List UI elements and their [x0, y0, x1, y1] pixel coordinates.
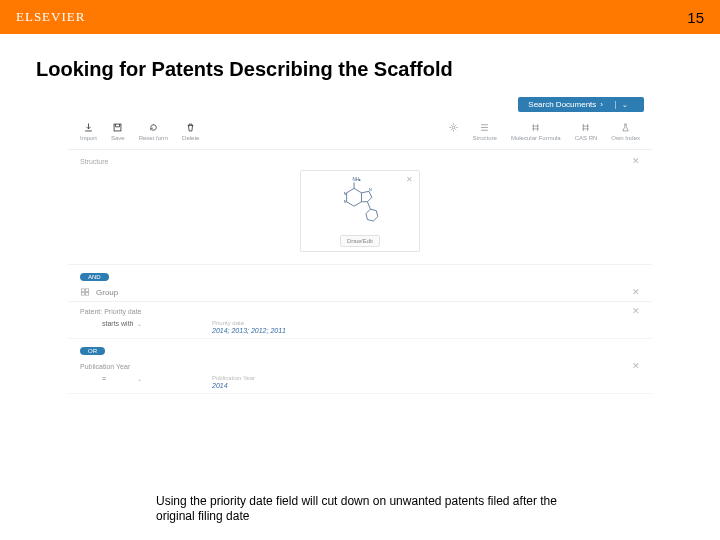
molformula-label: Molecular Formula: [511, 135, 561, 141]
close-icon[interactable]: ✕: [632, 306, 640, 316]
operator-select[interactable]: = ⌄: [102, 375, 172, 382]
orange-topbar: ELSEVIER 15: [0, 0, 720, 34]
molecule-icon: NH₂ N N N: [330, 175, 390, 227]
operator-value: starts with: [102, 320, 134, 327]
group-header: Group ✕: [68, 283, 652, 302]
reset-icon: [148, 122, 159, 133]
svg-point-1: [452, 126, 455, 129]
field-label: Priority date: [212, 320, 286, 326]
svg-rect-8: [81, 293, 84, 296]
reset-form-button[interactable]: Reset form: [139, 122, 168, 141]
trash-icon: [185, 122, 196, 133]
casrn-button[interactable]: CAS RN: [575, 122, 598, 141]
save-icon: [112, 122, 123, 133]
delete-button[interactable]: Delete: [182, 122, 199, 141]
chevron-right-icon: ›: [600, 100, 603, 109]
close-icon[interactable]: ✕: [632, 156, 640, 166]
app-header: Search Documents › ⌄: [68, 91, 652, 118]
draw-edit-button[interactable]: Draw/Edit: [340, 235, 380, 247]
svg-text:N: N: [344, 200, 347, 204]
hash-icon: [530, 122, 541, 133]
operator-select[interactable]: starts with ⌄: [102, 320, 172, 327]
svg-rect-9: [86, 293, 89, 296]
hash-icon: [580, 122, 591, 133]
ownindex-button[interactable]: Own Index: [611, 122, 640, 141]
svg-text:N: N: [369, 188, 372, 192]
logic-or-pill[interactable]: OR: [80, 347, 105, 355]
close-icon[interactable]: ✕: [632, 361, 640, 371]
structure-menu-label: Structure: [473, 135, 497, 141]
ownindex-label: Own Index: [611, 135, 640, 141]
publication-year-input[interactable]: Publication Year 2014: [212, 375, 255, 389]
toolbar: Import Save Reset form Delete Str: [68, 118, 652, 150]
slide-title: Looking for Patents Describing the Scaff…: [0, 34, 720, 91]
group-label: Group: [96, 288, 118, 297]
publication-year-filter: Publication Year ✕ = ⌄ Publication Year …: [68, 357, 652, 394]
molformula-button[interactable]: Molecular Formula: [511, 122, 561, 141]
group-icon: [80, 287, 90, 297]
structure-icon: [479, 122, 490, 133]
priority-date-filter: Patent: Priority date ✕ starts with ⌄ Pr…: [68, 302, 652, 339]
chevron-down-icon: ⌄: [137, 320, 142, 327]
close-icon[interactable]: ✕: [406, 175, 413, 184]
search-documents-button[interactable]: Search Documents › ⌄: [518, 97, 644, 112]
gear-icon: [448, 122, 459, 133]
priority-date-input[interactable]: Priority date 2014; 2013; 2012; 2011: [212, 320, 286, 334]
search-documents-label: Search Documents: [528, 100, 596, 109]
save-button[interactable]: Save: [111, 122, 125, 141]
priority-date-title: Patent: Priority date: [80, 308, 141, 315]
svg-rect-6: [81, 289, 84, 292]
close-icon[interactable]: ✕: [632, 287, 640, 297]
caption-text: Using the priority date field will cut d…: [156, 494, 566, 524]
gear-button[interactable]: [448, 122, 459, 141]
field-value: 2014; 2013; 2012; 2011: [212, 327, 286, 334]
operator-value: =: [102, 375, 106, 382]
chevron-down-icon[interactable]: ⌄: [615, 101, 628, 109]
svg-text:NH₂: NH₂: [353, 177, 361, 182]
field-label: Publication Year: [212, 375, 255, 381]
save-label: Save: [111, 135, 125, 141]
structure-panel: Structure ✕ ✕ NH₂ N N N: [68, 150, 652, 265]
structure-menu-button[interactable]: Structure: [473, 122, 497, 141]
svg-rect-7: [86, 289, 89, 292]
chevron-down-icon: ⌄: [137, 375, 142, 382]
delete-label: Delete: [182, 135, 199, 141]
import-label: Import: [80, 135, 97, 141]
svg-text:N: N: [344, 192, 347, 196]
logic-and-pill[interactable]: AND: [80, 273, 109, 281]
casrn-label: CAS RN: [575, 135, 598, 141]
page-number: 15: [687, 9, 704, 26]
publication-year-title: Publication Year: [80, 363, 130, 370]
structure-editor[interactable]: ✕ NH₂ N N N Draw/Edit: [300, 170, 420, 252]
structure-panel-label: Structure: [80, 158, 108, 165]
app-screenshot: Search Documents › ⌄ Import Save Reset f…: [68, 91, 652, 394]
flask-icon: [620, 122, 631, 133]
reset-label: Reset form: [139, 135, 168, 141]
import-icon: [83, 122, 94, 133]
import-button[interactable]: Import: [80, 122, 97, 141]
field-value: 2014: [212, 382, 255, 389]
brand-text: ELSEVIER: [16, 9, 85, 25]
